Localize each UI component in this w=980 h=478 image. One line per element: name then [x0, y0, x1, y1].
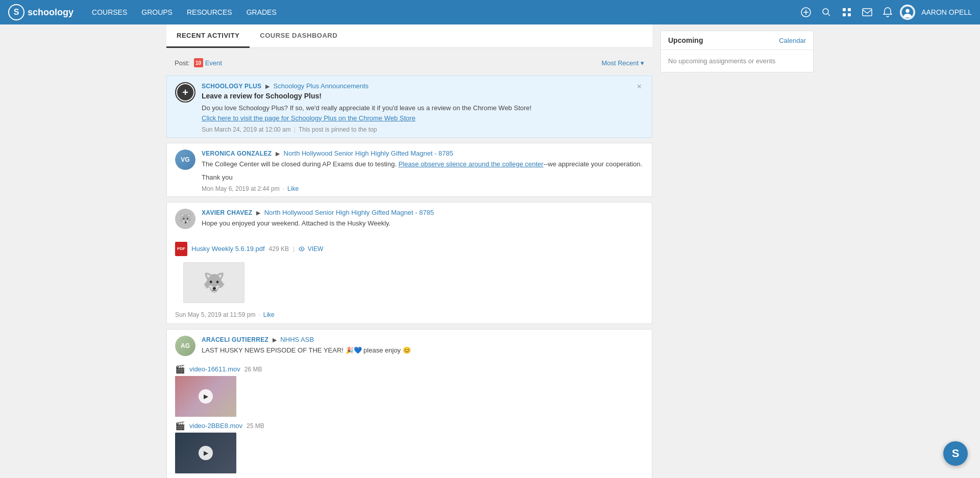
avatar-araceli: AG — [175, 336, 195, 356]
tab-recent-activity[interactable]: RECENT ACTIVITY — [166, 24, 250, 48]
card-xavier: 🐺 XAVIER CHAVEZ ▶ North Hollywood Senior… — [166, 202, 652, 324]
arrow-icon: ▶ — [273, 337, 277, 343]
group-name[interactable]: Schoology Plus Announcements — [274, 82, 369, 90]
app-header: S schoology COURSES GROUPS RESOURCES GRA… — [0, 0, 980, 24]
video2-link[interactable]: video-2BBE8.mov — [189, 422, 242, 430]
main-container: RECENT ACTIVITY COURSE DASHBOARD Post: 1… — [158, 24, 822, 478]
attachment-size: 429 KB — [269, 245, 289, 253]
video1-size: 26 MB — [244, 366, 262, 373]
card-link[interactable]: Click here to visit the page for Schoolo… — [202, 114, 415, 122]
play-button-2[interactable]: ▶ — [199, 446, 213, 460]
main-nav: COURSES GROUPS RESOURCES GRADES — [86, 5, 798, 19]
logo[interactable]: S schoology — [8, 4, 74, 20]
svg-rect-4 — [843, 13, 846, 16]
card-content: VERONICA GONZALEZ ▶ North Hollywood Seni… — [202, 149, 644, 192]
group-name[interactable]: North Hollywood Senior High Highly Gifte… — [264, 209, 434, 216]
user-avatar-header[interactable] — [900, 5, 915, 20]
widget-body: No upcoming assignments or events — [661, 50, 813, 72]
mail-icon[interactable] — [859, 4, 875, 20]
like-button[interactable]: Like — [287, 185, 299, 192]
add-icon[interactable] — [798, 4, 814, 20]
nav-courses[interactable]: COURSES — [86, 5, 133, 19]
card-meta: Mon May 6, 2019 at 2:44 pm · Like — [202, 185, 644, 192]
card-araceli: AG ARACELI GUTIERREZ ▶ NHHS ASB LAST HUS… — [166, 329, 652, 479]
author-line: ARACELI GUTIERREZ ▶ NHHS ASB — [202, 336, 644, 343]
widget-header: Upcoming Calendar — [661, 31, 813, 50]
user-name[interactable]: AARON OPELL — [921, 8, 972, 16]
timestamp: Sun May 5, 2019 at 11:59 pm — [175, 311, 255, 318]
card-content: XAVIER CHAVEZ ▶ North Hollywood Senior H… — [202, 209, 644, 232]
nav-resources[interactable]: RESOURCES — [181, 5, 238, 19]
svg-rect-3 — [848, 8, 851, 11]
tab-course-dashboard[interactable]: COURSE DASHBOARD — [250, 24, 348, 48]
card-header: + SCHOOLOGY PLUS ▶ Schoology Plus Announ… — [167, 76, 652, 137]
svg-point-1 — [823, 9, 828, 14]
search-icon[interactable] — [818, 4, 835, 20]
calendar-link[interactable]: Calendar — [779, 37, 806, 44]
fab-initial: S — [952, 447, 960, 460]
group-name[interactable]: North Hollywood Senior High Highly Gifte… — [284, 149, 453, 157]
svg-rect-6 — [863, 9, 872, 16]
avatar-xavier: 🐺 — [175, 209, 195, 229]
tabs-bar: RECENT ACTIVITY COURSE DASHBOARD — [166, 24, 652, 48]
video1-link[interactable]: video-16611.mov — [189, 365, 240, 373]
video2-size: 25 MB — [247, 422, 264, 430]
author-line: SCHOOLOGY PLUS ▶ Schoology Plus Announce… — [202, 82, 635, 90]
video-icon: 🎬 — [175, 364, 185, 374]
event-label: Event — [205, 59, 222, 67]
arrow-icon: ▶ — [276, 150, 280, 157]
video-attachments: 🎬 video-16611.mov 26 MB ▶ 🎬 video-2BBE8.… — [167, 362, 652, 478]
video-attach-1: 🎬 video-16611.mov 26 MB — [175, 364, 644, 374]
card-header: VG VERONICA GONZALEZ ▶ North Hollywood S… — [167, 143, 652, 196]
nav-groups[interactable]: GROUPS — [135, 5, 179, 19]
upcoming-title: Upcoming — [668, 36, 703, 44]
nav-grades[interactable]: GRADES — [240, 5, 283, 19]
author-name[interactable]: VERONICA GONZALEZ — [202, 150, 272, 157]
sidebar: Upcoming Calendar No upcoming assignment… — [660, 24, 814, 478]
header-actions: AARON OPELL — [798, 4, 972, 20]
logo-icon: S — [8, 4, 24, 20]
fab-button[interactable]: S — [943, 441, 968, 466]
attachment-pdf: PDF Husky Weekly 5.6.19.pdf 429 KB | VIE… — [167, 238, 652, 260]
group-name[interactable]: NHHS ASB — [280, 336, 314, 343]
card-veronica: VG VERONICA GONZALEZ ▶ North Hollywood S… — [166, 143, 652, 197]
video-icon-2: 🎬 — [175, 421, 185, 431]
silence-link[interactable]: Please observe silence around the colleg… — [399, 160, 544, 168]
video-thumb-1[interactable]: ▶ — [175, 376, 236, 417]
logo-text: schoology — [28, 7, 74, 18]
play-button-1[interactable]: ▶ — [199, 389, 213, 404]
avatar-veronica: VG — [175, 149, 195, 170]
video-attach-2: 🎬 video-2BBE8.mov 25 MB — [175, 421, 644, 431]
sort-dropdown[interactable]: Most Recent ▾ — [601, 59, 644, 67]
card-body: LAST HUSKY NEWS EPISODE OF THE YEAR! 🎉💙 … — [202, 345, 644, 356]
close-button[interactable]: × — [635, 82, 644, 91]
card-meta: Sun May 5, 2019 at 11:59 pm · Like — [167, 309, 652, 323]
view-link[interactable]: VIEW — [299, 245, 323, 253]
card-header: 🐺 XAVIER CHAVEZ ▶ North Hollywood Senior… — [167, 203, 652, 236]
svg-rect-2 — [843, 8, 846, 11]
video-thumb-2[interactable]: ▶ — [175, 433, 236, 473]
bell-icon[interactable] — [879, 4, 896, 20]
post-event-button[interactable]: 10 Event — [194, 58, 222, 67]
card-title: Leave a review for Schoology Plus! — [202, 92, 635, 100]
pdf-icon: PDF — [175, 242, 187, 256]
pinned-label: This post is pinned to the top — [299, 126, 377, 133]
author-name[interactable]: XAVIER CHAVEZ — [202, 209, 252, 216]
avatar-schoology-plus: + — [175, 82, 195, 103]
card-schoology-plus: + SCHOOLOGY PLUS ▶ Schoology Plus Announ… — [166, 76, 652, 138]
card-meta: Sun March 24, 2019 at 12:00 am | This po… — [202, 126, 635, 133]
like-button[interactable]: Like — [263, 311, 275, 318]
upcoming-widget: Upcoming Calendar No upcoming assignment… — [660, 31, 814, 72]
feed-area: Post: 10 Event Most Recent ▾ + SCHOOLOGY… — [166, 48, 652, 478]
author-name[interactable]: SCHOOLOGY PLUS — [202, 83, 261, 90]
author-name[interactable]: ARACELI GUTIERREZ — [202, 336, 268, 343]
timestamp: Mon May 6, 2019 at 2:44 pm — [202, 185, 280, 192]
attachment-name[interactable]: Husky Weekly 5.6.19.pdf — [191, 245, 265, 253]
card-content: SCHOOLOGY PLUS ▶ Schoology Plus Announce… — [202, 82, 635, 133]
svg-point-8 — [905, 9, 909, 13]
arrow-icon: ▶ — [256, 210, 260, 216]
post-label: Post: — [175, 59, 190, 67]
card-body-2: Thank you — [202, 172, 644, 183]
card-content: ARACELI GUTIERREZ ▶ NHHS ASB LAST HUSKY … — [202, 336, 644, 359]
grid-icon[interactable] — [839, 4, 855, 20]
